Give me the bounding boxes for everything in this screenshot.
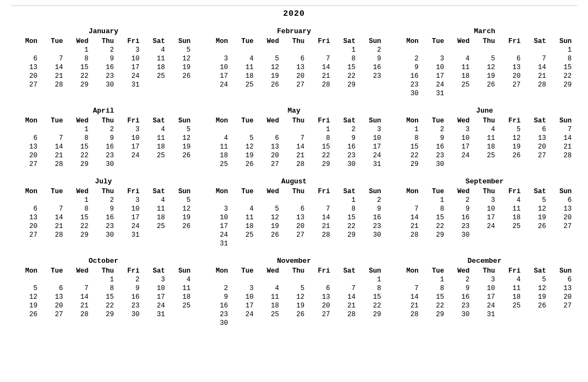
day-cell: 15 <box>332 63 358 72</box>
day-cell: 6 <box>281 205 307 213</box>
weekday-header: Mon <box>205 37 230 46</box>
day-cell: 2 <box>332 125 358 134</box>
day-cell: 31 <box>205 239 230 248</box>
day-cell: 6 <box>281 54 307 63</box>
day-cell: 26 <box>256 231 281 239</box>
weekday-header: Wed <box>446 37 472 46</box>
day-cell: 11 <box>230 213 256 222</box>
day-cell: 8 <box>65 134 91 143</box>
week-row: 21222324252627 <box>395 222 574 231</box>
week-row: 00123456 <box>395 275 574 284</box>
weekday-header: Fri <box>307 267 332 275</box>
day-cell: 5 <box>523 196 548 205</box>
day-cell: 22 <box>395 151 421 160</box>
day-cell: 2 <box>421 125 446 134</box>
day-cell: 00 <box>230 46 256 54</box>
day-cell: 31 <box>472 310 498 319</box>
week-row: 000012345 <box>14 196 193 205</box>
day-cell: 4 <box>497 196 523 205</box>
day-cell: 9 <box>421 134 446 143</box>
day-cell: 23 <box>332 151 358 160</box>
month-table-april: MonTueWedThuFriSatSun0000123456789101112… <box>14 116 193 169</box>
day-cell: 22 <box>358 301 383 310</box>
day-cell: 2 <box>91 46 117 54</box>
day-cell: 16 <box>358 213 383 222</box>
day-cell: 28 <box>281 160 307 169</box>
day-cell: 21 <box>40 151 65 160</box>
week-row: 45678910 <box>205 134 383 143</box>
weekday-header: Mon <box>14 116 40 125</box>
day-cell: 27 <box>256 160 281 169</box>
day-cell: 00 <box>332 239 358 248</box>
day-cell: 22 <box>332 72 358 81</box>
day-cell: 00 <box>14 275 40 284</box>
day-cell: 25 <box>142 72 167 81</box>
day-cell: 00 <box>230 125 256 134</box>
week-row: 11121314151617 <box>205 143 383 151</box>
day-cell: 5 <box>14 284 40 293</box>
day-cell: 9 <box>446 284 472 293</box>
day-cell: 6 <box>40 284 65 293</box>
day-cell: 27 <box>281 81 307 89</box>
week-row: 23242526272829 <box>205 310 383 319</box>
weekday-header: Sat <box>332 116 358 125</box>
day-cell: 2 <box>446 196 472 205</box>
weekday-header: Fri <box>116 37 142 46</box>
day-cell: 23 <box>446 222 472 231</box>
day-cell: 3 <box>142 275 167 284</box>
month-table-november: MonTueWedThuFriSatSun0000000000001234567… <box>205 267 383 328</box>
weekday-header: Thu <box>281 187 307 196</box>
day-cell: 00 <box>472 89 498 98</box>
month-title-january: January <box>14 27 193 35</box>
day-cell: 22 <box>91 301 117 310</box>
day-cell: 00 <box>395 46 421 54</box>
day-cell: 21 <box>548 143 574 151</box>
day-cell: 3 <box>358 125 383 134</box>
weekday-header: Thu <box>281 267 307 275</box>
day-cell: 6 <box>14 54 40 63</box>
month-block-november: NovemberMonTueWedThuFriSatSun00000000000… <box>201 255 387 330</box>
day-cell: 15 <box>91 293 117 301</box>
weekday-header: Sat <box>332 37 358 46</box>
weekday-header: Wed <box>65 37 91 46</box>
weekday-header: Wed <box>256 267 281 275</box>
weekday-header: Fri <box>116 267 142 275</box>
day-cell: 19 <box>256 222 281 231</box>
weekday-header: Tue <box>230 37 256 46</box>
day-cell: 26 <box>281 310 307 319</box>
week-row: 567891011 <box>14 284 193 293</box>
week-row: 24252627282930 <box>205 231 383 239</box>
weekday-header: Thu <box>472 116 498 125</box>
day-cell: 00 <box>14 125 40 134</box>
day-cell: 00 <box>65 275 91 284</box>
day-cell: 25 <box>230 81 256 89</box>
day-cell: 14 <box>307 213 332 222</box>
day-cell: 29 <box>395 160 421 169</box>
weekday-header: Wed <box>65 116 91 125</box>
day-cell: 17 <box>116 213 142 222</box>
day-cell: 00 <box>497 89 523 98</box>
day-cell: 17 <box>446 143 472 151</box>
day-cell: 00 <box>281 239 307 248</box>
day-cell: 14 <box>332 293 358 301</box>
day-cell: 6 <box>14 205 40 213</box>
day-cell: 24 <box>472 301 498 310</box>
day-cell: 15 <box>395 143 421 151</box>
month-table-september: MonTueWedThuFriSatSun0012345678910111213… <box>395 187 574 239</box>
day-cell: 8 <box>421 284 446 293</box>
day-cell: 10 <box>205 213 230 222</box>
day-cell: 11 <box>142 205 167 213</box>
day-cell: 7 <box>40 134 65 143</box>
weekday-header: Fri <box>497 116 523 125</box>
day-cell: 11 <box>497 284 523 293</box>
month-table-december: MonTueWedThuFriSatSun0012345678910111213… <box>395 267 574 319</box>
weekday-header: Wed <box>65 187 91 196</box>
day-cell: 00 <box>281 46 307 54</box>
week-row: 10111213141516 <box>205 213 383 222</box>
day-cell: 5 <box>256 54 281 63</box>
day-cell: 8 <box>65 205 91 213</box>
week-row: 20212223242526 <box>14 72 193 81</box>
day-cell: 24 <box>116 222 142 231</box>
day-cell: 21 <box>281 151 307 160</box>
day-cell: 18 <box>142 213 167 222</box>
